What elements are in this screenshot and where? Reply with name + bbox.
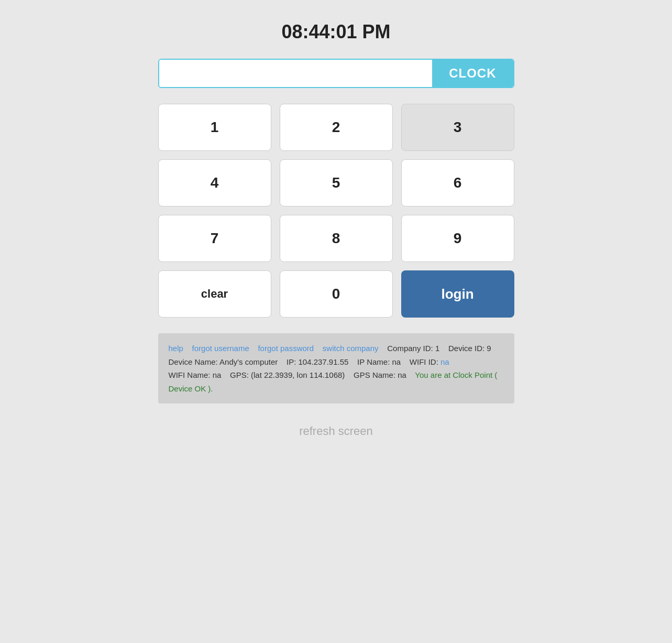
keypad-button-7[interactable]: 7 bbox=[158, 215, 271, 262]
info-panel: help forgot username forgot password swi… bbox=[158, 333, 514, 404]
wifi-id-value: na bbox=[440, 357, 449, 366]
clock-button[interactable]: CLOCK bbox=[432, 60, 513, 87]
pin-input[interactable] bbox=[159, 60, 433, 87]
keypad-button-1[interactable]: 1 bbox=[158, 104, 271, 151]
keypad: 1 2 3 4 5 6 7 8 9 clear 0 login bbox=[158, 104, 514, 318]
refresh-screen-button[interactable]: refresh screen bbox=[299, 424, 373, 438]
wifi-id-label: WIFI ID: bbox=[410, 357, 438, 366]
keypad-button-8[interactable]: 8 bbox=[280, 215, 393, 262]
keypad-button-4[interactable]: 4 bbox=[158, 159, 271, 206]
wifi-name: WIFI Name: na bbox=[169, 370, 222, 379]
keypad-button-0[interactable]: 0 bbox=[280, 270, 393, 318]
gps-name: GPS Name: na bbox=[354, 370, 406, 379]
main-container: 08:44:01 PM CLOCK 1 2 3 4 5 6 7 8 9 clea… bbox=[158, 10, 514, 438]
switch-company-link[interactable]: switch company bbox=[323, 344, 379, 353]
gps: GPS: (lat 22.3939, lon 114.1068) bbox=[230, 370, 345, 379]
forgot-username-link[interactable]: forgot username bbox=[192, 344, 249, 353]
keypad-button-clear[interactable]: clear bbox=[158, 270, 271, 318]
input-row: CLOCK bbox=[158, 59, 514, 88]
ip: IP: 104.237.91.55 bbox=[287, 357, 348, 366]
keypad-button-6[interactable]: 6 bbox=[401, 159, 514, 206]
forgot-password-link[interactable]: forgot password bbox=[258, 344, 314, 353]
ip-name: IP Name: na bbox=[357, 357, 401, 366]
company-id: Company ID: 1 bbox=[387, 344, 439, 353]
keypad-button-login[interactable]: login bbox=[401, 270, 514, 318]
help-link[interactable]: help bbox=[169, 344, 183, 353]
time-display: 08:44:01 PM bbox=[281, 21, 390, 43]
keypad-button-2[interactable]: 2 bbox=[280, 104, 393, 151]
device-id: Device ID: 9 bbox=[448, 344, 491, 353]
keypad-button-5[interactable]: 5 bbox=[280, 159, 393, 206]
keypad-button-3[interactable]: 3 bbox=[401, 104, 514, 151]
device-name: Device Name: Andy's computer bbox=[169, 357, 278, 366]
keypad-button-9[interactable]: 9 bbox=[401, 215, 514, 262]
